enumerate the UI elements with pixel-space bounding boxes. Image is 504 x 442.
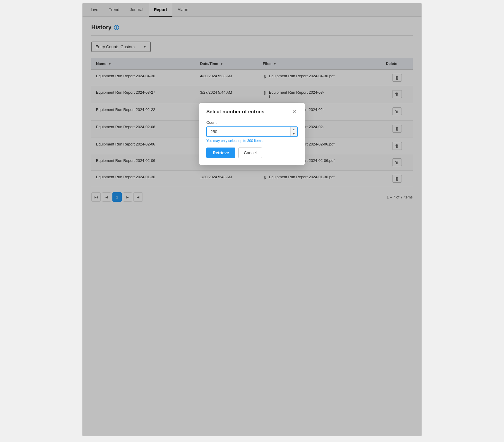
cancel-button[interactable]: Cancel (238, 148, 262, 158)
select-entries-modal: Select number of entries ✕ Count ▲ ▼ You… (199, 103, 305, 165)
validation-message: You may only select up to 300 items (206, 139, 298, 143)
modal-overlay: Select number of entries ✕ Count ▲ ▼ You… (83, 3, 421, 436)
retrieve-button[interactable]: Retrieve (206, 148, 235, 158)
modal-close-button[interactable]: ✕ (291, 109, 298, 115)
count-increment-btn[interactable]: ▲ (291, 127, 297, 132)
count-input[interactable] (207, 127, 290, 136)
count-label: Count (206, 120, 298, 125)
modal-title: Select number of entries (206, 109, 264, 115)
modal-header: Select number of entries ✕ (206, 109, 298, 115)
count-decrement-btn[interactable]: ▼ (291, 132, 297, 136)
count-spinners: ▲ ▼ (290, 127, 297, 136)
app-container: Live Trend Journal Report Alarm History … (82, 3, 422, 436)
count-input-wrapper: ▲ ▼ (206, 126, 298, 137)
modal-actions: Retrieve Cancel (206, 148, 298, 158)
